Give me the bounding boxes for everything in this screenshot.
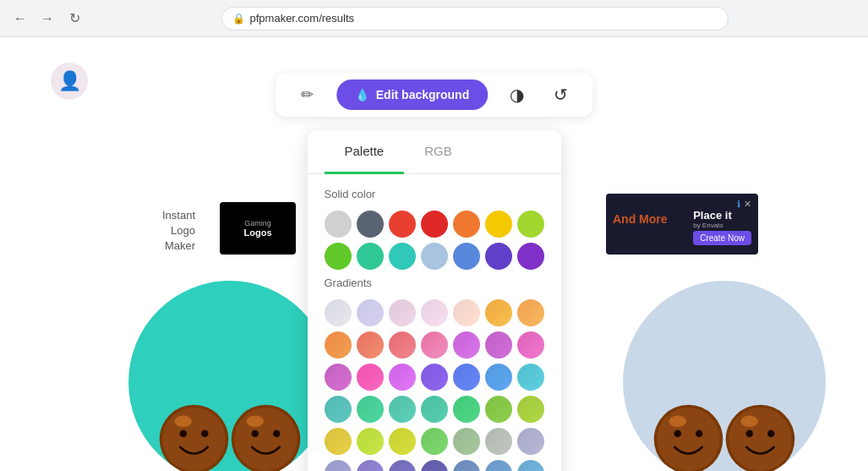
gradient-swatch[interactable]	[485, 331, 512, 359]
instant-logo-text: Instant Logo Maker	[162, 208, 195, 255]
left-card: Gaming Logos	[220, 202, 296, 255]
forward-button[interactable]: →	[37, 8, 57, 29]
gradient-swatch[interactable]	[453, 460, 480, 471]
solid-color-grid	[325, 211, 544, 270]
gradient-swatch[interactable]	[485, 396, 512, 423]
gradient-swatch[interactable]	[357, 299, 384, 326]
back-button[interactable]: ←	[10, 8, 30, 29]
gradient-swatch[interactable]	[453, 364, 480, 391]
gradient-swatch[interactable]	[389, 299, 416, 326]
solid-color-swatch[interactable]	[485, 243, 512, 270]
gradient-swatch[interactable]	[517, 428, 544, 455]
gradient-swatch[interactable]	[485, 364, 512, 391]
gradient-swatch[interactable]	[421, 299, 448, 326]
smiley-right-1	[652, 403, 724, 471]
color-panel: Palette RGB Solid color Gradients	[308, 130, 561, 471]
gradient-swatch[interactable]	[389, 331, 416, 359]
solid-color-swatch[interactable]	[389, 243, 416, 270]
gradient-swatch[interactable]	[357, 331, 384, 359]
browser-chrome: ← → ↻ 🔒 pfpmaker.com/results	[0, 0, 868, 37]
svg-point-19	[767, 430, 775, 437]
solid-color-section: Solid color Gradients	[308, 174, 561, 471]
gradient-swatch[interactable]	[453, 428, 480, 455]
gradient-swatch[interactable]	[485, 460, 512, 471]
place-it-text: Place it	[693, 209, 751, 222]
gradient-swatch[interactable]	[357, 428, 384, 455]
gradient-label: Gradients	[325, 277, 544, 289]
gradient-swatch[interactable]	[517, 299, 544, 326]
pencil-button[interactable]: ✏	[292, 79, 323, 110]
tab-palette[interactable]: Palette	[325, 130, 405, 174]
solid-color-swatch[interactable]	[517, 211, 544, 238]
gradient-swatch[interactable]	[357, 364, 384, 391]
ad-and-more-text: And More	[613, 212, 668, 226]
svg-point-13	[674, 430, 682, 437]
svg-point-17	[741, 415, 758, 427]
gradient-swatch[interactable]	[325, 331, 352, 359]
solid-color-swatch[interactable]	[357, 243, 384, 270]
profile-right	[623, 281, 826, 471]
gradient-grid	[325, 299, 544, 471]
gradient-swatch[interactable]	[517, 331, 544, 359]
gradient-swatch[interactable]	[421, 396, 448, 423]
svg-point-2	[175, 415, 192, 427]
gradient-swatch[interactable]	[325, 428, 352, 455]
gradient-swatch[interactable]	[325, 460, 352, 471]
solid-color-swatch[interactable]	[325, 243, 352, 270]
gradient-swatch[interactable]	[325, 364, 352, 391]
solid-color-swatch[interactable]	[485, 211, 512, 238]
svg-point-11	[657, 408, 720, 471]
gradient-swatch[interactable]	[357, 396, 384, 423]
svg-point-4	[201, 430, 209, 437]
gradient-swatch[interactable]	[421, 460, 448, 471]
smiley-right-2	[724, 403, 796, 471]
gradient-swatch[interactable]	[517, 460, 544, 471]
svg-point-1	[162, 408, 226, 471]
gradient-swatch[interactable]	[421, 364, 448, 391]
gradient-swatch[interactable]	[453, 331, 480, 359]
solid-color-swatch[interactable]	[453, 211, 480, 238]
gradient-swatch[interactable]	[517, 364, 544, 391]
gradient-swatch[interactable]	[325, 396, 352, 423]
left-card-label: Gaming	[244, 219, 271, 227]
smiley-left-2	[230, 403, 302, 471]
address-bar[interactable]: 🔒 pfpmaker.com/results	[221, 7, 729, 30]
solid-color-swatch[interactable]	[325, 211, 352, 238]
gradient-swatch[interactable]	[485, 299, 512, 326]
gradient-swatch[interactable]	[357, 460, 384, 471]
svg-point-18	[746, 430, 754, 437]
solid-color-swatch[interactable]	[389, 211, 416, 238]
refresh-button[interactable]: ↺	[545, 79, 576, 110]
gradient-swatch[interactable]	[453, 396, 480, 423]
water-drop-icon: 💧	[355, 88, 369, 101]
smiley-left-1	[158, 403, 230, 471]
solid-color-swatch[interactable]	[421, 211, 448, 238]
envato-text: by Envato	[693, 222, 751, 229]
edit-background-button[interactable]: 💧 Edit background	[336, 79, 488, 110]
gradient-swatch[interactable]	[485, 428, 512, 455]
svg-point-9	[273, 430, 281, 437]
gradient-swatch[interactable]	[453, 299, 480, 326]
create-now-button[interactable]: Create Now	[693, 231, 751, 245]
gradient-swatch[interactable]	[517, 396, 544, 423]
solid-color-swatch[interactable]	[357, 211, 384, 238]
svg-point-14	[696, 430, 703, 437]
gradient-swatch[interactable]	[389, 364, 416, 391]
ad-logo: Place it by Envato Create Now	[693, 209, 751, 245]
refresh-button[interactable]: ↻	[64, 8, 85, 29]
contrast-button[interactable]: ◑	[501, 79, 532, 110]
solid-color-swatch[interactable]	[421, 243, 448, 270]
solid-color-swatch[interactable]	[517, 243, 544, 270]
gradient-swatch[interactable]	[389, 428, 416, 455]
gradient-swatch[interactable]	[325, 299, 352, 326]
gradient-swatch[interactable]	[421, 428, 448, 455]
gradient-swatch[interactable]	[389, 460, 416, 471]
svg-point-12	[669, 415, 686, 427]
profile-left	[128, 281, 331, 471]
gradient-swatch[interactable]	[421, 331, 448, 359]
left-card-title: Logos	[244, 227, 272, 238]
gradient-swatch[interactable]	[389, 396, 416, 423]
solid-color-swatch[interactable]	[453, 243, 480, 270]
tab-rgb[interactable]: RGB	[404, 130, 472, 174]
smiley-container-right	[652, 403, 796, 471]
